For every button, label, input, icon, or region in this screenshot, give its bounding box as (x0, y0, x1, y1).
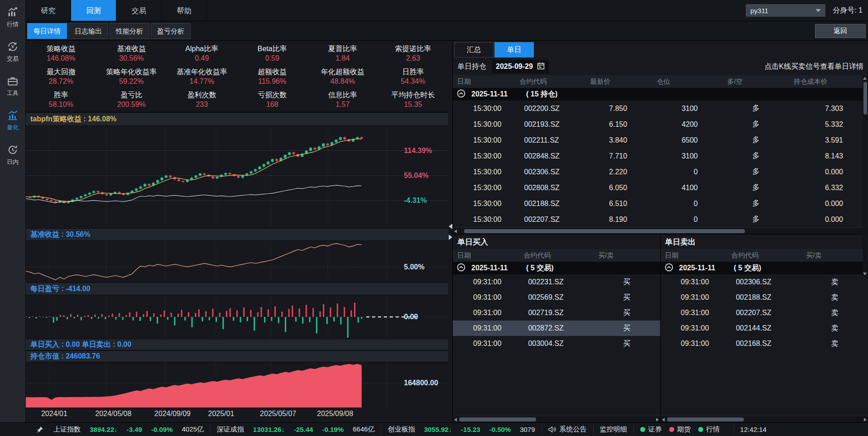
holdings-row[interactable]: 15:30:00 002193.SZ 6.150 4200 多 5.332 (453, 116, 868, 132)
system-announcement[interactable]: 系统公告 (560, 425, 587, 434)
sidebar-item-trade[interactable]: ¥ 交易 (7, 41, 19, 63)
sidebar-item-tools[interactable]: 工具 (7, 75, 19, 97)
axis-label: 114.39% (404, 147, 432, 155)
benchmark-line-chart[interactable]: 5.00% (26, 241, 448, 283)
sidebar-item-intraday[interactable]: 日内 (7, 144, 19, 166)
nav-tab-backtest[interactable]: 回测 (71, 0, 116, 21)
scrollbar-thumb[interactable] (459, 417, 536, 422)
cell-time: 09:31:00 (453, 278, 519, 286)
cell-time: 09:31:00 (453, 324, 519, 332)
buy-header: 日期 合约代码 买/卖 (453, 249, 660, 262)
cell-price: 3.840 (585, 136, 652, 144)
cell-code: 002207.SZ (727, 309, 801, 317)
scroll-left-icon[interactable] (662, 418, 665, 422)
buys-row[interactable]: 09:31:00 002719.SZ 买 (453, 305, 660, 321)
stat-label: 年化超额收益 (321, 67, 364, 77)
sells-row[interactable]: 09:31:00 002188.SZ 卖 (661, 290, 868, 305)
panel-splitter[interactable] (448, 41, 453, 422)
nav-tab-research[interactable]: 研究 (26, 0, 71, 21)
speaker-icon (548, 426, 556, 433)
holdings-row[interactable]: 15:30:00 002188.SZ 6.510 0 多 0.000 (453, 196, 868, 211)
sells-row[interactable]: 09:31:00 002306.SZ 卖 (661, 274, 868, 290)
group-date: 2025-11-11 (471, 264, 508, 272)
cell-code: 003004.SZ (519, 340, 594, 348)
scrollbar-thumb[interactable] (667, 417, 744, 422)
sell-group-row[interactable]: 2025-11-11 ( 5 交易) (661, 262, 868, 274)
scroll-left-icon[interactable] (454, 418, 457, 422)
buy-title: 单日买入 (453, 235, 660, 249)
cell-time: 15:30:00 (453, 200, 515, 208)
monitor-detail[interactable]: 监控明细 (600, 425, 627, 434)
scrollbar-thumb[interactable] (863, 82, 867, 115)
collapse-right-icon[interactable] (449, 235, 452, 240)
sells-row[interactable]: 09:31:00 002168.SZ 卖 (661, 336, 868, 351)
tab-daily-detail[interactable]: 每日详情 (27, 23, 67, 39)
buys-row[interactable]: 09:31:00 002569.SZ 买 (453, 290, 660, 305)
buy-hscrollbar[interactable] (453, 416, 660, 422)
cell-code: 002231.SZ (519, 278, 594, 286)
stat-cell: 盈利次数 233 (167, 88, 237, 111)
holdings-hscrollbar[interactable] (453, 227, 868, 234)
holdings-row[interactable]: 15:30:00 002306.SZ 2.220 0 多 0.000 (453, 164, 868, 180)
tab-summary[interactable]: 汇总 (454, 42, 494, 57)
market-value-area-chart[interactable]: 164800.00 (26, 362, 448, 407)
cell-side: 多 (723, 183, 789, 192)
tab-pnl-analysis[interactable]: 盈亏分析 (151, 23, 191, 39)
stat-value: 2.63 (406, 54, 420, 62)
buys-row[interactable]: 09:31:00 002231.SZ 买 (453, 274, 660, 290)
tab-single-day[interactable]: 单日 (494, 42, 534, 57)
index-sz[interactable]: 深证成指 13031.26↓ -25.44 -0.19% 6646亿 (217, 425, 375, 434)
date-picker[interactable]: 2025-09-29 (492, 60, 549, 73)
status-dot (698, 427, 703, 432)
index-value: 3894.22↓ (90, 426, 118, 433)
sidebar-item-quant[interactable]: 量化 (7, 110, 19, 132)
holdings-row[interactable]: 15:30:00 002211.SZ 3.840 6500 多 3.591 (453, 132, 868, 148)
sells-row[interactable]: 09:31:00 002207.SZ 卖 (661, 305, 868, 321)
buys-row[interactable]: 09:31:00 003004.SZ 买 (453, 336, 660, 351)
strategy-candle-chart[interactable]: 114.39%55.04%-4.31% (26, 126, 448, 228)
pin-icon[interactable] (36, 426, 43, 433)
sells-row[interactable]: 09:31:00 002144.SZ 卖 (661, 321, 868, 336)
tab-performance[interactable]: 性能分析 (110, 23, 149, 39)
scroll-right-icon[interactable] (864, 418, 867, 422)
scroll-down-icon[interactable] (863, 273, 867, 275)
stat-label: Beta比率 (258, 44, 287, 54)
sidebar-item-market[interactable]: 行情 (7, 6, 19, 29)
collapse-left-icon[interactable] (449, 224, 452, 229)
holdings-header: 日期 合约代码 最新价 仓位 多/空 持仓成本价 (453, 75, 868, 88)
stat-cell: 年化超额收益 48.84% (307, 65, 378, 88)
buy-group-row[interactable]: 2025-11-11 ( 5 交易) (453, 262, 660, 274)
holdings-row[interactable]: 15:30:00 002200.SZ 7.850 3100 多 7.303 (453, 101, 868, 116)
env-select[interactable]: py311 (746, 4, 825, 17)
cell-code: 002306.SZ (727, 278, 801, 286)
axis-label: -4.31% (404, 196, 427, 205)
stat-label: 日胜率 (402, 67, 424, 77)
scroll-up-icon[interactable] (863, 77, 867, 80)
scrollbar-thumb[interactable] (464, 229, 745, 233)
index-cyb[interactable]: 创业板指 3055.92↓ -15.23 -0.50% 3079 (388, 425, 535, 434)
back-button[interactable]: 返回 (815, 24, 866, 38)
holdings-row[interactable]: 15:30:00 002848.SZ 7.710 3100 多 8.143 (453, 148, 868, 164)
feed-market: 行情 (698, 425, 720, 434)
cell-side: 多 (723, 104, 789, 113)
holdings-group-row[interactable]: 2025-11-11 ( 15 持仓) (453, 88, 868, 101)
cell-cost: 3.591 (789, 136, 868, 144)
stat-label: 平均持仓时长 (391, 91, 435, 100)
cell-time: 09:31:00 (661, 324, 727, 332)
nav-tab-trade[interactable]: 交易 (116, 0, 162, 21)
scroll-left-icon[interactable] (454, 230, 457, 233)
nav-tab-help[interactable]: 帮助 (162, 0, 207, 21)
cell-code: 002144.SZ (727, 324, 801, 332)
group-count: ( 5 交易) (526, 264, 553, 273)
holdings-row[interactable]: 15:30:00 002808.SZ 6.050 4100 多 6.332 (453, 180, 868, 196)
sell-hscrollbar[interactable] (661, 416, 868, 422)
daily-pnl-bar-chart[interactable]: 0.00 (26, 295, 448, 339)
index-sh[interactable]: 上证指数 3894.22↓ -3.49 -0.09% 4025亿 (53, 425, 204, 434)
stat-cell: 策略收益 146.08% (26, 42, 96, 65)
holdings-row[interactable]: 15:30:00 002207.SZ 8.190 0 多 0.000 (453, 211, 868, 227)
tab-log-output[interactable]: 日志输出 (68, 23, 108, 39)
cell-cost: 0.000 (789, 216, 868, 224)
buys-row[interactable]: 09:31:00 002872.SZ 买 (453, 321, 660, 336)
scroll-right-icon[interactable] (656, 418, 659, 422)
holdings-vscrollbar[interactable] (863, 76, 868, 277)
